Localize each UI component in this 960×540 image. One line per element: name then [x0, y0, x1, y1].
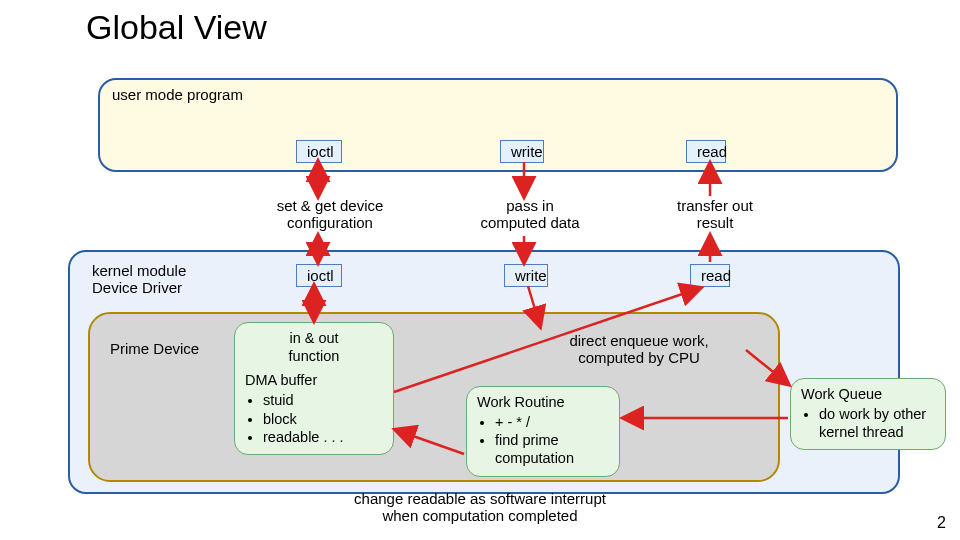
routine-b2-l1: find prime: [495, 432, 559, 448]
op-ioctl-kernel: ioctl: [296, 264, 342, 287]
work-routine-panel: Work Routine + - * / find prime computat…: [466, 386, 620, 477]
enqueue-label: direct enqueue work, computed by CPU: [530, 332, 748, 367]
workq-b1-l1: do work by other: [819, 406, 926, 422]
prime-device-label: Prime Device: [110, 340, 199, 357]
work-queue-panel: Work Queue do work by other kernel threa…: [790, 378, 946, 450]
inout-title-l1: in & out: [289, 330, 338, 346]
interrupt-label: change readable as software interrupt wh…: [290, 490, 670, 525]
inout-title-l2: function: [289, 348, 340, 364]
routine-title: Work Routine: [477, 393, 609, 411]
workq-b1-l2: kernel thread: [819, 424, 904, 440]
enqueue-l1: direct enqueue work,: [569, 332, 708, 349]
inout-b3: readable . . .: [263, 428, 383, 446]
routine-b2: find prime computation: [495, 431, 609, 467]
routine-b1: + - * /: [495, 413, 609, 431]
slide-title: Global View: [86, 8, 267, 47]
inout-sub: DMA buffer: [245, 371, 383, 389]
inout-b1: stuid: [263, 391, 383, 409]
routine-b2-l2: computation: [495, 450, 574, 466]
label-passin-l1: pass in: [506, 197, 554, 214]
label-transfer-l1: transfer out: [677, 197, 753, 214]
inout-panel: in & out function DMA buffer stuid block…: [234, 322, 394, 455]
op-write-kernel: write: [504, 264, 548, 287]
label-config-l1: set & get device: [277, 197, 384, 214]
label-config: set & get device configuration: [260, 198, 400, 231]
interrupt-l1: change readable as software interrupt: [354, 490, 606, 507]
interrupt-l2: when computation completed: [382, 507, 577, 524]
workq-b1: do work by other kernel thread: [819, 405, 935, 441]
label-passin-l2: computed data: [480, 214, 579, 231]
inout-b2: block: [263, 410, 383, 428]
workq-title: Work Queue: [801, 385, 935, 403]
kernel-label-l1: kernel module: [92, 262, 186, 279]
op-read-top: read: [686, 140, 726, 163]
op-ioctl-top: ioctl: [296, 140, 342, 163]
op-write-top: write: [500, 140, 544, 163]
label-transfer-l2: result: [697, 214, 734, 231]
label-transfer: transfer out result: [660, 198, 770, 231]
page-number: 2: [937, 514, 946, 532]
enqueue-l2: computed by CPU: [578, 349, 700, 366]
usermode-label: user mode program: [112, 86, 243, 103]
label-passin: pass in computed data: [470, 198, 590, 231]
label-config-l2: configuration: [287, 214, 373, 231]
kernel-label-l2: Device Driver: [92, 279, 182, 296]
op-read-kernel: read: [690, 264, 730, 287]
kernel-label: kernel module Device Driver: [92, 262, 186, 297]
